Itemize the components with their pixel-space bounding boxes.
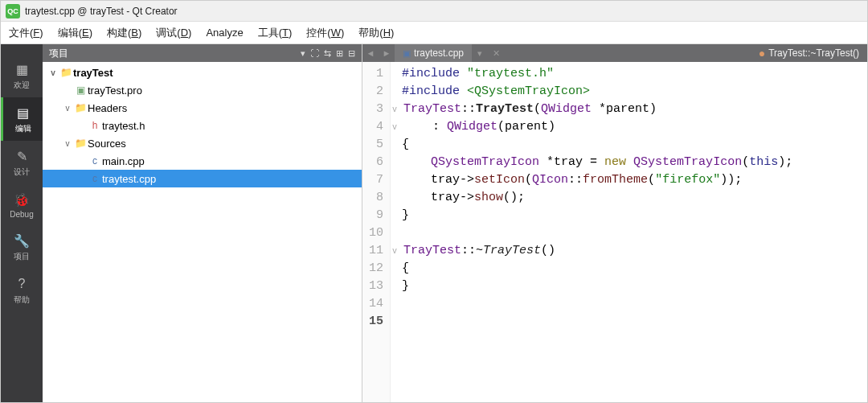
menu-item[interactable]: 工具(T) — [258, 26, 293, 40]
title-bar: QC traytest.cpp @ trayTest - Qt Creator — [1, 1, 867, 22]
tree-label: Sources — [88, 138, 126, 150]
code-line[interactable]: { — [402, 136, 867, 154]
editor-tab-bar: ◄ ► ▣ traytest.cpp ▾ ✕ ● TrayTest::~Tray… — [362, 44, 867, 62]
line-number: 12 — [369, 260, 383, 278]
nav-forward-icon[interactable]: ► — [379, 48, 395, 58]
line-number: 9 — [369, 207, 383, 224]
code-line[interactable]: tray->show(); — [402, 189, 867, 207]
code-line[interactable]: #include <QSystemTrayIcon> — [402, 83, 867, 101]
tree-item[interactable]: vhtraytest.h — [43, 117, 362, 134]
line-number: 11 — [369, 242, 383, 260]
mode-button[interactable]: ?帮助 — [1, 269, 43, 312]
mode-button[interactable]: 🔧项目 — [1, 225, 43, 269]
symbol-icon: ● — [759, 47, 765, 60]
menu-item[interactable]: Analyze — [206, 27, 243, 39]
code-line[interactable] — [402, 224, 867, 242]
tree-label: trayTest — [73, 67, 113, 79]
mode-icon: 🐞 — [13, 191, 31, 208]
project-tree[interactable]: v📁trayTestv▣trayTest.prov📁Headersvhtrayt… — [43, 62, 362, 402]
menu-item[interactable]: 构建(B) — [107, 26, 141, 40]
code-line[interactable]: } — [402, 278, 867, 295]
sidebar-title: 项目 — [49, 47, 68, 60]
mode-button[interactable]: ▦欢迎 — [1, 54, 43, 97]
code-line[interactable]: v : QWidget(parent) — [402, 118, 867, 136]
code-line[interactable]: #include "traytest.h" — [402, 65, 867, 83]
tab-close-icon[interactable]: ✕ — [488, 48, 504, 59]
menu-item[interactable]: 文件(F) — [9, 26, 43, 40]
symbol-label: TrayTest::~TrayTest() — [768, 47, 859, 59]
file-icon: c — [88, 173, 102, 184]
line-number: 1 — [369, 65, 383, 83]
editor-tab[interactable]: ▣ traytest.cpp — [395, 44, 472, 62]
tree-item[interactable]: v📁trayTest — [43, 64, 362, 81]
mode-icon: ? — [13, 275, 31, 293]
mode-label: Debug — [10, 210, 33, 219]
code-line[interactable] — [402, 295, 867, 313]
window-title: traytest.cpp @ trayTest - Qt Creator — [25, 6, 178, 17]
code-line[interactable] — [402, 313, 867, 331]
fold-icon[interactable]: v — [392, 119, 402, 137]
code-line[interactable]: vTrayTest::TrayTest(QWidget *parent) — [402, 101, 867, 118]
mode-icon: ▦ — [13, 60, 31, 78]
mode-icon: 🔧 — [13, 232, 31, 249]
menu-item[interactable]: 编辑(E) — [58, 26, 92, 40]
expand-icon[interactable]: v — [47, 68, 59, 77]
mode-label: 欢迎 — [14, 80, 30, 91]
line-gutter: 123456789101112131415 — [362, 62, 391, 402]
expand-icon[interactable]: v — [62, 104, 73, 113]
tab-label: traytest.cpp — [414, 47, 464, 59]
code-line[interactable]: } — [402, 207, 867, 224]
code-line[interactable]: QSystemTrayIcon *tray = new QSystemTrayI… — [402, 154, 867, 171]
line-number: 10 — [369, 224, 383, 242]
tab-dropdown-icon[interactable]: ▾ — [472, 48, 488, 59]
line-number: 15 — [369, 313, 383, 331]
tree-item[interactable]: v📁Sources — [43, 134, 362, 152]
code-editor[interactable]: 123456789101112131415 #include "traytest… — [362, 62, 867, 402]
code-content[interactable]: #include "traytest.h"#include <QSystemTr… — [391, 62, 867, 402]
fold-icon[interactable]: v — [392, 243, 402, 261]
line-number: 13 — [369, 278, 383, 295]
tree-item[interactable]: vctraytest.cpp — [43, 170, 362, 187]
menu-item[interactable]: 控件(W) — [306, 26, 344, 40]
file-icon: ▣ — [73, 84, 88, 96]
file-icon: 📁 — [59, 67, 73, 78]
tree-item[interactable]: v📁Headers — [43, 99, 362, 117]
menu-item[interactable]: 帮助(H) — [358, 26, 394, 40]
code-line[interactable]: tray->setIcon(QIcon::fromTheme("firefox"… — [402, 171, 867, 189]
mode-label: 编辑 — [15, 123, 31, 134]
tree-item[interactable]: vcmain.cpp — [43, 152, 362, 170]
code-line[interactable]: vTrayTest::~TrayTest() — [402, 242, 867, 260]
file-icon: 📁 — [73, 102, 88, 113]
sidebar-header: 项目 ▾⛶⇆⊞⊟ — [43, 44, 362, 62]
sidebar-tool-icon[interactable]: ▾ — [301, 48, 305, 58]
file-icon: ▣ — [403, 48, 411, 59]
nav-back-icon[interactable]: ◄ — [362, 48, 379, 58]
mode-button[interactable]: ✎设计 — [1, 141, 43, 184]
mode-button[interactable]: 🐞Debug — [1, 184, 43, 225]
line-number: 14 — [369, 295, 383, 313]
sidebar-tool-icon[interactable]: ⊞ — [336, 48, 343, 58]
app-icon: QC — [6, 4, 20, 19]
sidebar-tool-icon[interactable]: ⇆ — [324, 48, 331, 58]
mode-selector: ▦欢迎▤编辑✎设计🐞Debug🔧项目?帮助 — [1, 44, 43, 402]
sidebar-tool-icon[interactable]: ⛶ — [310, 48, 319, 58]
line-number: 2 — [369, 83, 383, 101]
sidebar-tool-icon[interactable]: ⊟ — [348, 48, 355, 58]
menu-item[interactable]: 调试(D) — [156, 26, 191, 40]
tree-label: main.cpp — [102, 155, 145, 167]
mode-button[interactable]: ▤编辑 — [1, 97, 43, 141]
symbol-selector[interactable]: ● TrayTest::~TrayTest() — [751, 47, 867, 60]
mode-label: 设计 — [14, 167, 30, 178]
file-icon: c — [88, 155, 102, 167]
project-sidebar: 项目 ▾⛶⇆⊞⊟ v📁trayTestv▣trayTest.prov📁Heade… — [43, 44, 362, 402]
tree-item[interactable]: v▣trayTest.pro — [43, 81, 362, 99]
mode-label: 帮助 — [14, 294, 30, 306]
file-icon: h — [88, 120, 102, 131]
file-icon: 📁 — [73, 138, 88, 149]
code-line[interactable]: { — [402, 260, 867, 278]
fold-icon[interactable]: v — [392, 101, 402, 119]
tree-label: trayTest.pro — [88, 84, 142, 97]
line-number: 8 — [369, 189, 383, 207]
expand-icon[interactable]: v — [62, 139, 73, 148]
tree-label: traytest.cpp — [102, 173, 156, 185]
